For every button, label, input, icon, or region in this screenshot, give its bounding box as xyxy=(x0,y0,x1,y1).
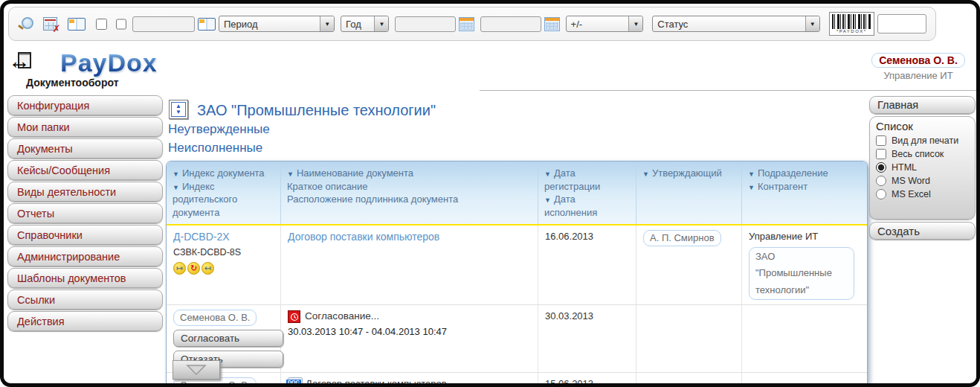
parent-index: СЗВК-DCBD-8S xyxy=(173,246,274,260)
date-to-input[interactable] xyxy=(480,16,541,32)
sidebar-item-reports[interactable]: Отчеты xyxy=(7,203,163,223)
collapse-sidebar-button[interactable]: ↔ xyxy=(10,50,39,72)
header-label: Подразделение xyxy=(758,167,828,179)
header-label: Наименование документа xyxy=(297,167,413,179)
reg-date-cell: 15.06.2013 xyxy=(538,373,636,387)
app-subtitle: Документооборот xyxy=(26,77,119,89)
sort-icon[interactable]: ▼ xyxy=(544,196,551,204)
header-approver[interactable]: ▼Утверждающий xyxy=(636,161,742,224)
barcode-input[interactable] xyxy=(877,14,926,33)
approve-button[interactable]: Согласовать xyxy=(173,330,283,347)
doc-index-link[interactable]: Д-DCBD-2X xyxy=(173,231,230,243)
sidebar-item-actions[interactable]: Действия xyxy=(7,311,163,331)
directory-book-icon-2[interactable] xyxy=(198,18,216,31)
format-excel-label: MS Excel xyxy=(892,189,931,199)
doc-name-link[interactable]: Договор поставки компьютеров xyxy=(288,231,439,243)
attachment-name[interactable]: Договор поставки компьютеров xyxy=(306,378,447,387)
directory-book-icon[interactable] xyxy=(68,18,86,31)
sort-toggle-button[interactable]: ▲ ▼ xyxy=(169,100,188,119)
print-view-checkbox[interactable] xyxy=(876,135,886,146)
route-cycle-icon[interactable]: ↻ xyxy=(187,262,200,275)
table-header-row: ▼Индекс документа ▼Индекс родительского … xyxy=(167,161,867,226)
toolbar-checkbox-1[interactable] xyxy=(96,19,107,30)
format-excel-option[interactable]: MS Excel xyxy=(876,189,969,199)
sidebar-item-configuration[interactable]: Конфигурация xyxy=(7,95,163,115)
stage-label: Согласование... xyxy=(305,310,379,322)
sort-icon[interactable]: ▼ xyxy=(173,170,179,178)
contractor-pill[interactable]: ЗАО "Промышленные технологии" xyxy=(749,247,854,299)
reg-date-cell: 16.06.2013 xyxy=(538,226,636,304)
year-select[interactable]: Год ▼ xyxy=(341,16,389,32)
table-row: Семенова О. В. Согласовать Отказать Согл… xyxy=(167,305,867,373)
approver-pill[interactable]: А. П. Смирнов xyxy=(643,230,721,246)
calendar-icon[interactable] xyxy=(459,17,474,31)
sort-icon[interactable]: ▼ xyxy=(173,184,179,191)
format-word-option[interactable]: MS Word xyxy=(876,176,969,186)
stage-period: 30.03.2013 10:47 - 04.04.2013 10:47 xyxy=(288,325,531,339)
filter-unapproved: Неутвержденные xyxy=(168,122,270,137)
up-down-arrows-icon: ▲ ▼ xyxy=(171,102,186,117)
user-pill[interactable]: Семенова О. В. xyxy=(173,310,257,326)
scroll-down-button[interactable] xyxy=(173,360,220,380)
sidebar-item-cases-messages[interactable]: Кейсы/Сообщения xyxy=(7,160,163,180)
header-doc-index[interactable]: ▼Индекс документа ▼Индекс родительского … xyxy=(167,161,281,224)
sort-icon[interactable]: ▼ xyxy=(642,170,649,178)
header-department[interactable]: ▼Подразделение ▼Контрагент xyxy=(742,161,867,224)
route-back-icon[interactable]: ↤ xyxy=(202,262,214,275)
doc-name-cell: Договор поставки компьютеров xyxy=(281,226,538,304)
toolbar-checkbox-2[interactable] xyxy=(116,19,127,30)
chevron-down-icon: ▼ xyxy=(805,16,819,31)
calendar-icon-2[interactable] xyxy=(544,17,560,31)
header-label: Дата исполнения xyxy=(544,194,597,218)
date-from-input[interactable] xyxy=(395,16,456,32)
format-html-option[interactable]: HTML xyxy=(876,162,969,173)
format-html-radio[interactable] xyxy=(876,162,886,173)
sidebar-item-administration[interactable]: Администрирование xyxy=(7,246,163,266)
sort-icon[interactable]: ▼ xyxy=(544,170,551,178)
sort-icon[interactable]: ▼ xyxy=(748,170,755,178)
full-list-option[interactable]: Весь список xyxy=(876,149,969,159)
header-dates[interactable]: ▼Дата регистрации ▼Дата исполнения xyxy=(538,161,636,224)
chevron-down-icon: ▼ xyxy=(374,16,388,31)
toolbar-text-input[interactable] xyxy=(132,16,195,32)
sort-icon[interactable]: ▼ xyxy=(748,184,755,191)
home-button[interactable]: Главная xyxy=(869,96,976,114)
user-block: Семенова О. В. Управление ИТ xyxy=(859,53,978,81)
page-title: ЗАО "Промышленные технологии" xyxy=(197,102,436,119)
chevron-down-icon: ▼ xyxy=(628,16,642,31)
sidebar-item-references[interactable]: Справочники xyxy=(7,225,163,245)
route-forward-icon[interactable]: ↦ xyxy=(173,262,186,275)
sort-icon[interactable]: ▼ xyxy=(287,170,294,178)
sidebar-item-links[interactable]: Ссылки xyxy=(7,290,163,310)
search-icon[interactable] xyxy=(18,16,33,31)
full-list-checkbox[interactable] xyxy=(876,149,886,159)
format-excel-radio[interactable] xyxy=(876,189,886,199)
doc-file-icon[interactable]: DOC xyxy=(288,377,303,387)
print-view-option[interactable]: Вид для печати xyxy=(876,135,969,146)
format-html-label: HTML xyxy=(892,162,917,173)
sidebar-item-activities[interactable]: Виды деятельности xyxy=(7,182,163,202)
header-doc-name[interactable]: ▼Наименование документа Краткое описание… xyxy=(281,161,538,224)
sidebar-item-templates[interactable]: Шаблоны документов xyxy=(7,268,163,288)
approver-cell: А. П. Смирнов xyxy=(636,226,742,304)
clear-list-icon[interactable]: ✗ xyxy=(43,17,58,31)
stage-cell: Согласование... 30.03.2013 10:47 - 04.04… xyxy=(281,305,538,372)
header-label: Краткое описание xyxy=(287,181,368,192)
create-button[interactable]: Создать xyxy=(869,222,976,240)
workflow-icons: ↦ ↻ ↤ xyxy=(173,262,274,275)
user-name-link[interactable]: Семенова О. В. xyxy=(871,53,965,68)
paydox-logo[interactable]: PayDox xyxy=(60,48,158,77)
table-body: Д-DCBD-2X СЗВК-DCBD-8S ↦ ↻ ↤ Договор пос… xyxy=(167,226,867,387)
sidebar-item-my-folders[interactable]: Мои папки xyxy=(7,117,163,137)
status-select-value: Статус xyxy=(653,19,805,30)
department-cell xyxy=(742,373,867,387)
sidebar-item-documents[interactable]: Документы xyxy=(7,138,163,159)
sidebar: Конфигурация Мои папки Документы Кейсы/С… xyxy=(7,95,163,333)
barcode-label: *PAYDOX* xyxy=(832,29,871,34)
header-label: Контрагент xyxy=(758,181,807,192)
status-select[interactable]: Статус ▼ xyxy=(652,16,819,32)
period-select[interactable]: Период ▼ xyxy=(219,16,335,32)
format-word-radio[interactable] xyxy=(876,176,886,186)
documents-table: ▼Индекс документа ▼Индекс родительского … xyxy=(166,161,868,387)
plus-minus-select[interactable]: +/- ▼ xyxy=(566,16,644,32)
